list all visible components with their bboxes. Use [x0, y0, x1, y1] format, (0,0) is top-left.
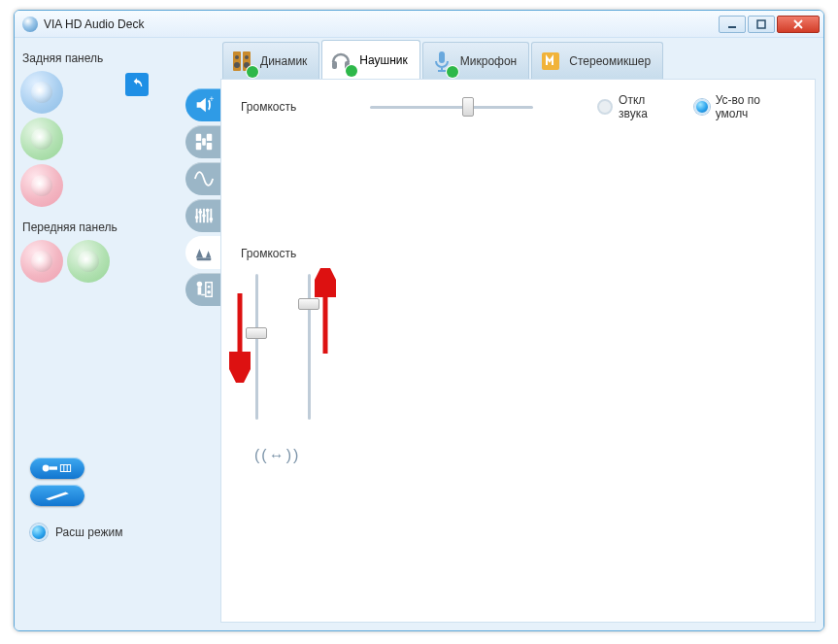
tab-stereomix[interactable]: Стереомикшер — [531, 42, 663, 79]
front-jack-mic[interactable] — [20, 240, 63, 283]
app-icon — [22, 17, 38, 32]
side-equalizer-button[interactable] — [185, 199, 222, 232]
side-volume-button[interactable]: + — [185, 88, 222, 121]
side-environment-button[interactable] — [185, 236, 222, 269]
side-icon-strip: + — [185, 38, 220, 630]
svg-rect-7 — [196, 143, 202, 150]
left-bottom-buttons: Расш режим — [20, 458, 180, 541]
svg-rect-5 — [196, 134, 202, 141]
svg-point-12 — [202, 214, 206, 218]
rear-jack-mic[interactable] — [20, 164, 63, 207]
svg-point-10 — [195, 216, 199, 220]
volume-row: Громкость Откл звука Ус-во по умолч — [241, 93, 795, 120]
tab-speaker[interactable]: Динамик — [222, 42, 319, 79]
master-volume-slider[interactable] — [370, 98, 534, 116]
rear-jack-linein[interactable] — [20, 71, 63, 114]
side-wave-button[interactable] — [185, 162, 222, 195]
close-button[interactable] — [777, 16, 820, 33]
svg-rect-15 — [197, 258, 212, 261]
svg-point-24 — [245, 55, 249, 59]
mute-label: Откл звука — [619, 93, 677, 120]
svg-rect-6 — [207, 134, 213, 141]
channel-sliders — [247, 274, 795, 429]
svg-rect-3 — [50, 466, 58, 469]
content-area: Громкость Откл звука Ус-во по умолч — [220, 79, 816, 623]
svg-point-16 — [197, 282, 203, 288]
speaker-icon — [229, 49, 254, 74]
mute-option[interactable]: Откл звука — [597, 93, 677, 120]
svg-point-11 — [199, 211, 203, 215]
undo-button[interactable] — [125, 73, 149, 96]
svg-rect-0 — [728, 26, 736, 28]
svg-rect-9 — [202, 138, 206, 145]
default-device-option[interactable]: Ус-во по умолч — [694, 93, 795, 120]
rear-jack-speaker[interactable] — [20, 118, 63, 160]
advanced-mode-toggle[interactable]: Расш режим — [30, 524, 180, 541]
headphone-icon — [328, 48, 353, 73]
tab-stereomix-label: Стереомикшер — [569, 54, 651, 68]
svg-point-13 — [206, 209, 210, 213]
svg-point-20 — [207, 290, 211, 294]
right-channel-slider[interactable] — [299, 274, 318, 420]
side-speakers-button[interactable] — [185, 125, 222, 158]
channel-volume-label: Громкость — [241, 247, 795, 260]
tab-bar: Динамик Наушник Микрофон — [220, 38, 823, 79]
main-panel: Динамик Наушник Микрофон — [220, 38, 823, 630]
settings-button[interactable] — [30, 485, 84, 506]
tab-speaker-label: Динамик — [260, 54, 307, 68]
advanced-mode-label: Расш режим — [55, 525, 122, 539]
titlebar: VIA HD Audio Deck — [15, 11, 823, 38]
minimize-button[interactable] — [719, 16, 746, 33]
tab-headphone-label: Наушник — [359, 53, 407, 67]
swap-channels-icon[interactable]: ((↔)) — [254, 447, 795, 464]
default-device-label: Ус-во по умолч — [716, 93, 795, 120]
svg-point-25 — [234, 62, 240, 68]
maximize-button[interactable] — [748, 16, 775, 33]
window-buttons — [719, 16, 820, 33]
svg-rect-8 — [207, 143, 213, 150]
tab-headphone[interactable]: Наушник — [321, 40, 419, 79]
svg-rect-18 — [206, 283, 212, 297]
side-room-button[interactable] — [185, 273, 222, 306]
svg-rect-17 — [198, 287, 202, 294]
svg-point-26 — [244, 62, 250, 68]
front-jack-grid — [20, 240, 180, 283]
svg-point-23 — [235, 55, 239, 59]
mic-icon — [429, 49, 454, 74]
tab-mic-label: Микрофон — [460, 54, 517, 68]
window: VIA HD Audio Deck Задняя панель Передняя… — [14, 10, 824, 631]
client-area: Задняя панель Передняя панель — [15, 38, 823, 630]
connector-button[interactable] — [30, 458, 84, 479]
svg-text:+: + — [210, 95, 215, 104]
svg-point-2 — [43, 465, 50, 472]
volume-label: Громкость — [241, 100, 296, 114]
front-jack-headphone[interactable] — [67, 240, 110, 283]
window-title: VIA HD Audio Deck — [44, 17, 719, 31]
front-panel-label: Передняя панель — [22, 220, 180, 234]
left-panel: Задняя панель Передняя панель — [15, 38, 185, 630]
advanced-mode-radio-icon — [30, 524, 48, 541]
stereomix-icon — [538, 49, 563, 74]
svg-rect-28 — [345, 61, 350, 69]
tab-mic[interactable]: Микрофон — [422, 42, 529, 79]
rear-jack-grid — [20, 71, 180, 207]
radio-off-icon — [597, 99, 613, 115]
svg-rect-1 — [757, 20, 765, 28]
svg-rect-27 — [332, 61, 337, 69]
svg-point-14 — [210, 218, 214, 221]
svg-rect-29 — [439, 51, 445, 63]
radio-on-icon — [694, 99, 710, 115]
left-channel-slider[interactable] — [247, 274, 266, 420]
svg-point-19 — [208, 286, 211, 288]
rear-panel-label: Задняя панель — [22, 51, 180, 65]
